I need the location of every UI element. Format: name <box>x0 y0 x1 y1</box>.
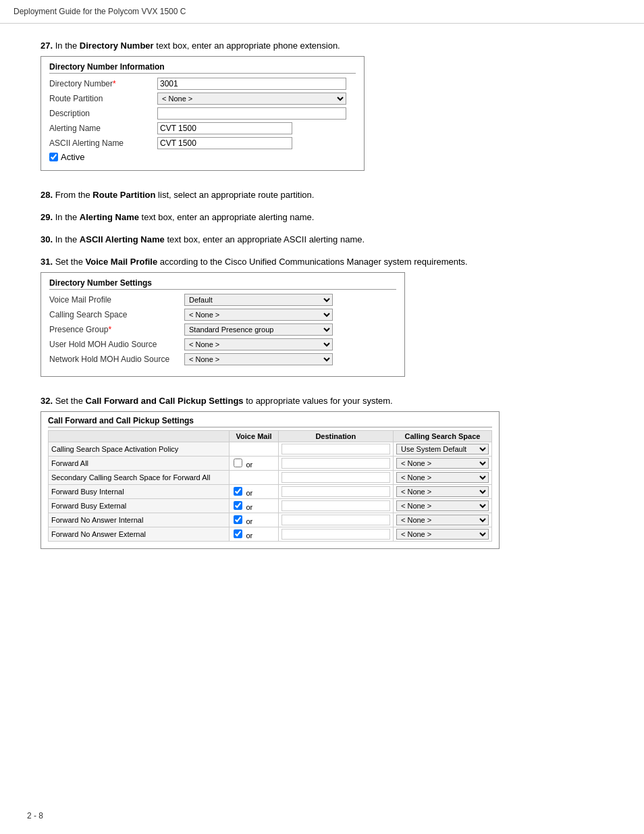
cf-css-cell: Use System Default <box>393 442 491 457</box>
step-31: 31. Set the Voice Mail Profile according… <box>41 257 603 384</box>
cf-css-cell: < None > <box>393 471 491 485</box>
dir-number-label: Directory Number* <box>49 79 157 88</box>
route-partition-row: Route Partition < None > <box>49 93 356 105</box>
step-27-number: 27. <box>41 41 53 51</box>
calling-search-label: Calling Search Space <box>49 310 184 319</box>
cf-destination-input[interactable] <box>281 458 390 469</box>
step-30-number: 30. <box>41 234 53 244</box>
dir-number-row: Directory Number* <box>49 78 356 90</box>
cf-css-select[interactable]: Use System Default <box>396 444 489 454</box>
call-forward-title: Call Forward and Call Pickup Settings <box>48 416 492 427</box>
table-row: Forward Busy External or < None > <box>49 499 492 513</box>
cf-voicemail-cell <box>230 471 278 485</box>
step-27: 27. In the Directory Number text box, en… <box>41 41 603 178</box>
dir-number-input[interactable] <box>157 78 346 90</box>
cf-row-label: Forward Busy Internal <box>49 485 230 499</box>
cf-destination-cell <box>278 485 393 499</box>
active-row: Active <box>49 152 356 162</box>
cf-css-select[interactable]: < None > <box>396 472 489 483</box>
cf-col-destination: Destination <box>278 431 393 442</box>
cf-destination-input[interactable] <box>281 472 390 483</box>
cf-css-select[interactable]: < None > <box>396 529 489 540</box>
cf-row-label: Forward All <box>49 457 230 471</box>
page-footer: 2 - 8 <box>27 811 43 820</box>
description-input[interactable] <box>157 107 346 120</box>
cf-css-cell: < None > <box>393 457 491 471</box>
cf-voicemail-checkbox[interactable] <box>234 487 242 496</box>
cf-row-label: Forward No Answer External <box>49 527 230 542</box>
page-number: 2 - 8 <box>27 811 43 820</box>
call-forward-box: Call Forward and Call Pickup Settings Vo… <box>41 411 500 549</box>
voice-mail-row: Voice Mail Profile Default <box>49 294 396 306</box>
presence-group-select[interactable]: Standard Presence group <box>184 323 333 336</box>
cf-voicemail-checkbox[interactable] <box>234 529 242 538</box>
table-row: Forward All or < None > <box>49 457 492 471</box>
cf-css-cell: < None > <box>393 527 491 542</box>
table-row: Forward No Answer External or < None > <box>49 527 492 542</box>
cf-row-label: Secondary Calling Search Space for Forwa… <box>49 471 230 485</box>
cf-row-label: Calling Search Space Activation Policy <box>49 442 230 457</box>
network-hold-select[interactable]: < None > <box>184 353 333 365</box>
cf-css-select[interactable]: < None > <box>396 486 489 497</box>
voice-mail-select[interactable]: Default <box>184 294 333 306</box>
cf-voicemail-checkbox[interactable] <box>234 459 242 467</box>
cf-destination-input[interactable] <box>281 500 390 511</box>
cf-destination-cell <box>278 527 393 542</box>
ascii-alerting-label: ASCII Alerting Name <box>49 138 157 148</box>
dir-number-info-box: Directory Number Information Directory N… <box>41 56 365 171</box>
alerting-name-input[interactable] <box>157 122 292 134</box>
cf-destination-input[interactable] <box>281 444 390 454</box>
description-label: Description <box>49 109 157 118</box>
cf-voicemail-cell: or <box>230 485 278 499</box>
cf-css-cell: < None > <box>393 485 491 499</box>
cf-row-label: Forward Busy External <box>49 499 230 513</box>
calling-search-select[interactable]: < None > <box>184 309 333 321</box>
dir-number-info-title: Directory Number Information <box>49 62 356 74</box>
step-27-bold: Directory Number <box>80 41 154 51</box>
cf-voicemail-cell: or <box>230 527 278 542</box>
calling-search-row: Calling Search Space < None > <box>49 309 396 321</box>
cf-destination-cell <box>278 513 393 527</box>
call-forward-table: Voice Mail Destination Calling Search Sp… <box>48 430 492 542</box>
cf-voicemail-checkbox[interactable] <box>234 515 242 524</box>
step-32-number: 32. <box>41 396 53 406</box>
network-hold-label: Network Hold MOH Audio Source <box>49 355 184 364</box>
user-hold-select[interactable]: < None > <box>184 338 333 350</box>
step-32-label: 32. Set the Call Forward and Call Pickup… <box>41 396 603 406</box>
ascii-alerting-input[interactable] <box>157 137 292 149</box>
cf-voicemail-cell: or <box>230 513 278 527</box>
step-29-number: 29. <box>41 212 53 222</box>
dir-number-settings-title: Directory Number Settings <box>49 278 396 290</box>
cf-css-select[interactable]: < None > <box>396 458 489 469</box>
cf-destination-input[interactable] <box>281 529 390 540</box>
route-partition-select[interactable]: < None > <box>157 93 346 105</box>
step-32: 32. Set the Call Forward and Call Pickup… <box>41 396 603 556</box>
step-27-label: 27. In the Directory Number text box, en… <box>41 41 603 51</box>
cf-css-select[interactable]: < None > <box>396 515 489 525</box>
cf-voicemail-checkbox[interactable] <box>234 501 242 510</box>
cf-voicemail-cell: or <box>230 499 278 513</box>
dir-number-settings-box: Directory Number Settings Voice Mail Pro… <box>41 272 405 377</box>
cf-css-select[interactable]: < None > <box>396 500 489 511</box>
table-row: Secondary Calling Search Space for Forwa… <box>49 471 492 485</box>
step-28: 28. From the Route Partition list, selec… <box>41 190 603 200</box>
cf-destination-input[interactable] <box>281 515 390 525</box>
presence-group-row: Presence Group* Standard Presence group <box>49 323 396 336</box>
cf-col-voicemail: Voice Mail <box>230 431 278 442</box>
active-checkbox[interactable] <box>49 153 58 161</box>
page-content: 27. In the Directory Number text box, en… <box>0 34 644 595</box>
route-partition-label: Route Partition <box>49 94 157 103</box>
cf-css-cell: < None > <box>393 499 491 513</box>
table-row: Forward Busy Internal or < None > <box>49 485 492 499</box>
cf-destination-input[interactable] <box>281 486 390 497</box>
cf-col-css: Calling Search Space <box>393 431 491 442</box>
step-29: 29. In the Alerting Name text box, enter… <box>41 212 603 222</box>
active-label: Active <box>61 152 84 162</box>
cf-voicemail-cell <box>230 442 278 457</box>
user-hold-label: User Hold MOH Audio Source <box>49 340 184 349</box>
table-row: Forward No Answer Internal or < None > <box>49 513 492 527</box>
step-27-text2: text box, enter an appropriate phone ext… <box>154 41 340 51</box>
description-row: Description <box>49 107 356 120</box>
cf-voicemail-cell: or <box>230 457 278 471</box>
table-row: Calling Search Space Activation Policy U… <box>49 442 492 457</box>
